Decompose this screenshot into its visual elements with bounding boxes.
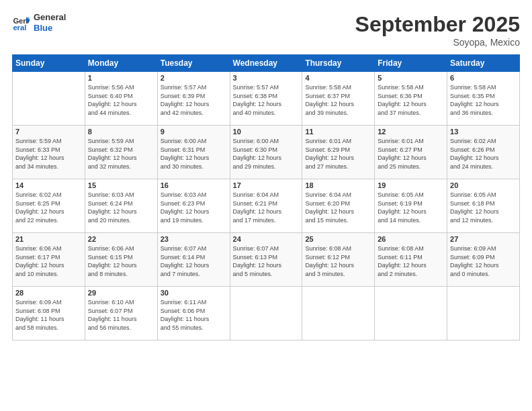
- day-number: 13: [450, 128, 517, 136]
- day-info: Sunrise: 6:04 AM Sunset: 6:21 PM Dayligh…: [233, 191, 300, 224]
- week-row-1: 1Sunrise: 5:56 AM Sunset: 6:40 PM Daylig…: [13, 72, 520, 126]
- calendar-cell: 8Sunrise: 5:59 AM Sunset: 6:32 PM Daylig…: [85, 126, 157, 179]
- calendar-cell: 12Sunrise: 6:01 AM Sunset: 6:27 PM Dayli…: [375, 126, 447, 179]
- column-header-wednesday: Wednesday: [230, 55, 302, 72]
- calendar-cell: 28Sunrise: 6:09 AM Sunset: 6:08 PM Dayli…: [13, 287, 85, 340]
- day-info: Sunrise: 5:57 AM Sunset: 6:38 PM Dayligh…: [233, 83, 300, 117]
- week-row-4: 21Sunrise: 6:06 AM Sunset: 6:17 PM Dayli…: [13, 233, 520, 287]
- day-number: 26: [378, 235, 444, 243]
- day-number: 2: [161, 74, 227, 82]
- day-number: 25: [305, 235, 371, 243]
- day-number: 3: [233, 74, 300, 82]
- calendar-cell: 3Sunrise: 5:57 AM Sunset: 6:38 PM Daylig…: [230, 72, 302, 126]
- calendar-cell: 17Sunrise: 6:04 AM Sunset: 6:21 PM Dayli…: [230, 179, 302, 233]
- day-number: 9: [161, 128, 227, 136]
- calendar-cell: [230, 287, 302, 340]
- calendar-cell: 1Sunrise: 5:56 AM Sunset: 6:40 PM Daylig…: [85, 72, 157, 126]
- day-info: Sunrise: 6:06 AM Sunset: 6:15 PM Dayligh…: [88, 244, 154, 278]
- day-info: Sunrise: 5:56 AM Sunset: 6:40 PM Dayligh…: [88, 83, 154, 117]
- day-info: Sunrise: 6:03 AM Sunset: 6:23 PM Dayligh…: [161, 191, 227, 224]
- calendar-cell: 19Sunrise: 6:05 AM Sunset: 6:19 PM Dayli…: [375, 179, 447, 233]
- calendar-cell: [13, 72, 85, 126]
- calendar-cell: 16Sunrise: 6:03 AM Sunset: 6:23 PM Dayli…: [157, 179, 230, 233]
- logo-text-line1: General: [34, 12, 66, 23]
- day-number: 12: [378, 128, 444, 136]
- calendar-cell: 10Sunrise: 6:00 AM Sunset: 6:30 PM Dayli…: [230, 126, 302, 179]
- day-number: 30: [161, 289, 227, 297]
- day-number: 29: [88, 289, 154, 297]
- day-info: Sunrise: 6:02 AM Sunset: 6:26 PM Dayligh…: [450, 137, 517, 171]
- calendar-cell: 18Sunrise: 6:04 AM Sunset: 6:20 PM Dayli…: [302, 179, 375, 233]
- day-number: 10: [233, 128, 300, 136]
- day-info: Sunrise: 6:02 AM Sunset: 6:25 PM Dayligh…: [15, 191, 82, 224]
- calendar-cell: 11Sunrise: 6:01 AM Sunset: 6:29 PM Dayli…: [302, 126, 375, 179]
- day-info: Sunrise: 6:05 AM Sunset: 6:19 PM Dayligh…: [378, 191, 444, 224]
- day-info: Sunrise: 5:57 AM Sunset: 6:39 PM Dayligh…: [161, 83, 227, 117]
- calendar-cell: 23Sunrise: 6:07 AM Sunset: 6:14 PM Dayli…: [157, 233, 230, 287]
- week-row-2: 7Sunrise: 5:59 AM Sunset: 6:33 PM Daylig…: [13, 126, 520, 179]
- day-number: 4: [305, 74, 371, 82]
- calendar-cell: 5Sunrise: 5:58 AM Sunset: 6:36 PM Daylig…: [375, 72, 447, 126]
- calendar-cell: 2Sunrise: 5:57 AM Sunset: 6:39 PM Daylig…: [157, 72, 230, 126]
- column-header-saturday: Saturday: [447, 55, 520, 72]
- day-number: 5: [378, 74, 444, 82]
- calendar-cell: [447, 287, 520, 340]
- column-header-tuesday: Tuesday: [157, 55, 230, 72]
- calendar-cell: [375, 287, 447, 340]
- day-number: 20: [450, 181, 517, 189]
- day-info: Sunrise: 6:08 AM Sunset: 6:12 PM Dayligh…: [305, 244, 371, 278]
- day-info: Sunrise: 6:05 AM Sunset: 6:18 PM Dayligh…: [450, 191, 517, 224]
- day-number: 16: [161, 181, 227, 189]
- day-info: Sunrise: 6:01 AM Sunset: 6:27 PM Dayligh…: [378, 137, 444, 171]
- calendar-cell: 14Sunrise: 6:02 AM Sunset: 6:25 PM Dayli…: [13, 179, 85, 233]
- day-info: Sunrise: 6:08 AM Sunset: 6:11 PM Dayligh…: [378, 244, 444, 278]
- week-row-5: 28Sunrise: 6:09 AM Sunset: 6:08 PM Dayli…: [13, 287, 520, 340]
- day-info: Sunrise: 5:59 AM Sunset: 6:32 PM Dayligh…: [88, 137, 154, 171]
- day-info: Sunrise: 5:58 AM Sunset: 6:35 PM Dayligh…: [450, 83, 517, 117]
- day-number: 7: [15, 128, 82, 136]
- day-info: Sunrise: 6:04 AM Sunset: 6:20 PM Dayligh…: [305, 191, 371, 224]
- calendar-subtitle: Soyopa, Mexico: [355, 37, 520, 48]
- calendar-cell: 13Sunrise: 6:02 AM Sunset: 6:26 PM Dayli…: [447, 126, 520, 179]
- day-number: 8: [88, 128, 154, 136]
- title-area: September 2025 Soyopa, Mexico: [355, 12, 520, 48]
- calendar-cell: 6Sunrise: 5:58 AM Sunset: 6:35 PM Daylig…: [447, 72, 520, 126]
- day-number: 1: [88, 74, 154, 82]
- calendar-cell: 24Sunrise: 6:07 AM Sunset: 6:13 PM Dayli…: [230, 233, 302, 287]
- logo-text-line2: Blue: [34, 23, 66, 34]
- day-number: 27: [450, 235, 517, 243]
- day-number: 6: [450, 74, 517, 82]
- day-number: 19: [378, 181, 444, 189]
- day-info: Sunrise: 6:07 AM Sunset: 6:13 PM Dayligh…: [233, 244, 300, 278]
- day-info: Sunrise: 6:01 AM Sunset: 6:29 PM Dayligh…: [305, 137, 371, 171]
- calendar-header: SundayMondayTuesdayWednesdayThursdayFrid…: [13, 55, 520, 72]
- day-number: 17: [233, 181, 300, 189]
- day-info: Sunrise: 6:09 AM Sunset: 6:08 PM Dayligh…: [15, 298, 82, 332]
- calendar-cell: 30Sunrise: 6:11 AM Sunset: 6:06 PM Dayli…: [157, 287, 230, 340]
- day-info: Sunrise: 6:09 AM Sunset: 6:09 PM Dayligh…: [450, 244, 517, 278]
- day-info: Sunrise: 5:58 AM Sunset: 6:37 PM Dayligh…: [305, 83, 371, 117]
- calendar-cell: 26Sunrise: 6:08 AM Sunset: 6:11 PM Dayli…: [375, 233, 447, 287]
- calendar-cell: 27Sunrise: 6:09 AM Sunset: 6:09 PM Dayli…: [447, 233, 520, 287]
- calendar-cell: 25Sunrise: 6:08 AM Sunset: 6:12 PM Dayli…: [302, 233, 375, 287]
- column-header-friday: Friday: [375, 55, 447, 72]
- day-info: Sunrise: 6:03 AM Sunset: 6:24 PM Dayligh…: [88, 191, 154, 224]
- day-number: 18: [305, 181, 371, 189]
- day-info: Sunrise: 5:59 AM Sunset: 6:33 PM Dayligh…: [15, 137, 82, 171]
- calendar-body: 1Sunrise: 5:56 AM Sunset: 6:40 PM Daylig…: [13, 72, 520, 340]
- calendar-cell: 15Sunrise: 6:03 AM Sunset: 6:24 PM Dayli…: [85, 179, 157, 233]
- day-number: 21: [15, 235, 82, 243]
- column-header-sunday: Sunday: [13, 55, 85, 72]
- day-info: Sunrise: 5:58 AM Sunset: 6:36 PM Dayligh…: [378, 83, 444, 117]
- day-number: 15: [88, 181, 154, 189]
- calendar-cell: 22Sunrise: 6:06 AM Sunset: 6:15 PM Dayli…: [85, 233, 157, 287]
- column-header-thursday: Thursday: [302, 55, 375, 72]
- calendar-cell: 4Sunrise: 5:58 AM Sunset: 6:37 PM Daylig…: [302, 72, 375, 126]
- calendar-cell: 21Sunrise: 6:06 AM Sunset: 6:17 PM Dayli…: [13, 233, 85, 287]
- day-info: Sunrise: 6:00 AM Sunset: 6:30 PM Dayligh…: [233, 137, 300, 171]
- day-number: 24: [233, 235, 300, 243]
- calendar-title: September 2025: [355, 12, 520, 37]
- calendar-cell: 29Sunrise: 6:10 AM Sunset: 6:07 PM Dayli…: [85, 287, 157, 340]
- calendar-cell: 20Sunrise: 6:05 AM Sunset: 6:18 PM Dayli…: [447, 179, 520, 233]
- day-info: Sunrise: 6:11 AM Sunset: 6:06 PM Dayligh…: [161, 298, 227, 332]
